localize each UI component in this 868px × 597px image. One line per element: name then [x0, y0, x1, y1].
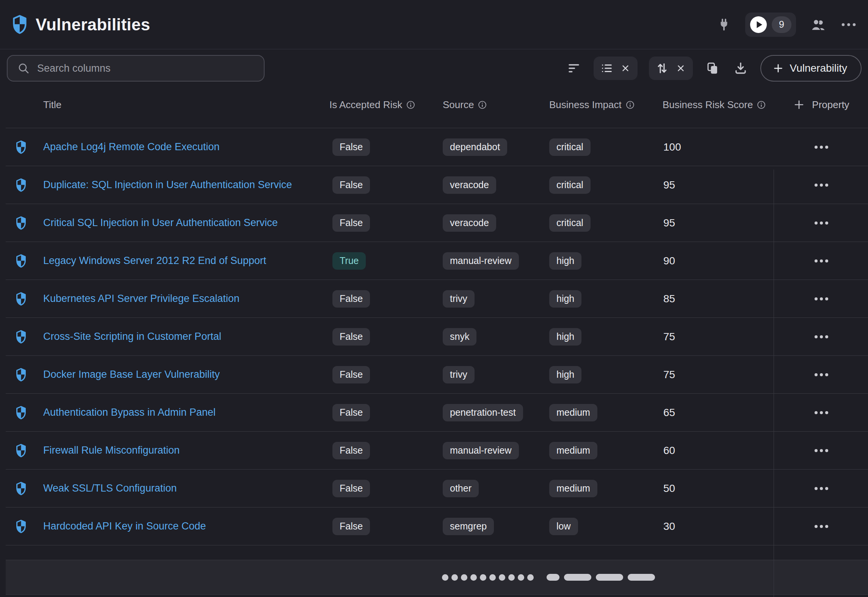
- vulnerability-shield-icon: [15, 520, 27, 533]
- copy-icon[interactable]: [704, 60, 721, 77]
- table-footer: [6, 560, 868, 595]
- vulnerability-title-link[interactable]: Cross-Site Scripting in Customer Portal: [43, 331, 221, 342]
- users-icon[interactable]: [809, 16, 827, 34]
- plus-icon: [772, 63, 784, 74]
- accepted-risk-badge: True: [332, 252, 366, 270]
- source-badge: semgrep: [443, 518, 494, 535]
- accepted-risk-badge: False: [332, 518, 370, 535]
- business-impact-badge: medium: [549, 480, 597, 497]
- vulnerability-title-link[interactable]: Kubernetes API Server Privilege Escalati…: [43, 293, 240, 305]
- info-icon[interactable]: [478, 101, 487, 109]
- more-options-ellipsis-icon[interactable]: [840, 21, 857, 28]
- top-bar: Vulnerabilities 9: [0, 0, 868, 49]
- source-badge: snyk: [443, 328, 476, 346]
- vulnerability-title-link[interactable]: Apache Log4j Remote Code Execution: [43, 141, 219, 153]
- search-columns-input[interactable]: [37, 63, 256, 74]
- sort-filter-chip[interactable]: [649, 57, 693, 80]
- info-icon[interactable]: [406, 101, 415, 109]
- column-header-business-impact: Business Impact: [541, 99, 652, 111]
- accepted-risk-badge: False: [332, 442, 370, 459]
- table-row: Weak SSL/TLS Configuration False other m…: [6, 470, 868, 507]
- business-risk-score-value: 95: [663, 217, 675, 229]
- source-badge: manual-review: [443, 252, 519, 270]
- search-icon: [17, 62, 30, 74]
- column-header-title: Title: [38, 99, 318, 111]
- accepted-risk-badge: False: [332, 404, 370, 421]
- table-header-row: Title Is Accepted Risk Source Business I…: [6, 82, 868, 128]
- business-risk-score-value: 65: [663, 407, 675, 419]
- business-impact-badge: high: [549, 290, 581, 308]
- add-vulnerability-label: Vulnerability: [790, 62, 847, 74]
- table-row: Apache Log4j Remote Code Execution False…: [6, 128, 868, 166]
- business-impact-badge: medium: [549, 442, 597, 459]
- accepted-risk-badge: False: [332, 480, 370, 497]
- source-badge: trivy: [443, 290, 475, 308]
- table-row: Duplicate: SQL Injection in User Authent…: [6, 166, 868, 204]
- column-header-business-risk-score: Business Risk Score: [653, 99, 773, 111]
- row-actions-ellipsis-button[interactable]: [811, 180, 832, 190]
- download-icon[interactable]: [732, 60, 749, 77]
- business-risk-score-value: 75: [663, 369, 675, 381]
- business-impact-badge: high: [549, 366, 581, 383]
- business-impact-badge: high: [549, 328, 581, 346]
- row-actions-ellipsis-button[interactable]: [811, 483, 832, 494]
- business-impact-badge: medium: [549, 404, 597, 421]
- empty-row-strip: [6, 545, 868, 560]
- add-vulnerability-button[interactable]: Vulnerability: [760, 55, 862, 82]
- row-actions-ellipsis-button[interactable]: [811, 521, 832, 532]
- toolbar-actions: Vulnerability: [566, 55, 862, 82]
- vulnerability-shield-icon: [15, 482, 27, 495]
- row-actions-ellipsis-button[interactable]: [811, 142, 832, 152]
- vulnerability-shield-icon: [15, 368, 27, 382]
- vulnerability-title-link[interactable]: Firewall Rule Misconfiguration: [43, 445, 180, 456]
- business-impact-badge: critical: [549, 214, 591, 232]
- vulnerability-title-link[interactable]: Duplicate: SQL Injection in User Authent…: [43, 179, 292, 191]
- vulnerability-shield-icon: [15, 444, 27, 457]
- vulnerability-shield-icon: [15, 216, 27, 230]
- business-impact-badge: critical: [549, 138, 591, 156]
- vulnerability-shield-icon: [15, 254, 27, 268]
- row-actions-ellipsis-button[interactable]: [811, 407, 832, 418]
- column-header-source: Source: [432, 99, 540, 111]
- business-risk-score-value: 30: [663, 520, 675, 533]
- row-actions-ellipsis-button[interactable]: [811, 331, 832, 342]
- plug-icon[interactable]: [716, 16, 732, 33]
- vulnerability-title-link[interactable]: Critical SQL Injection in User Authentic…: [43, 217, 278, 229]
- table-row: Hardcoded API Key in Source Code False s…: [6, 507, 868, 545]
- plus-icon: [793, 99, 805, 111]
- table-row: Kubernetes API Server Privilege Escalati…: [6, 280, 868, 318]
- accepted-risk-badge: False: [332, 138, 370, 156]
- vulnerability-title-link[interactable]: Authentication Bypass in Admin Panel: [43, 407, 216, 418]
- business-impact-badge: high: [549, 252, 581, 270]
- vulnerability-title-link[interactable]: Legacy Windows Server 2012 R2 End of Sup…: [43, 255, 266, 267]
- vulnerability-title-link[interactable]: Hardcoded API Key in Source Code: [43, 520, 206, 532]
- row-actions-ellipsis-button[interactable]: [811, 218, 832, 228]
- property-column-divider: [774, 170, 774, 597]
- row-actions-ellipsis-button[interactable]: [811, 369, 832, 380]
- row-actions-ellipsis-button[interactable]: [811, 445, 832, 456]
- vulnerability-shield-icon: [15, 140, 27, 154]
- row-actions-ellipsis-button[interactable]: [811, 294, 832, 304]
- vulnerability-title-link[interactable]: Weak SSL/TLS Configuration: [43, 482, 177, 494]
- add-property-column-button[interactable]: Property: [774, 99, 868, 111]
- business-risk-score-value: 95: [663, 179, 675, 191]
- list-icon: [600, 62, 613, 75]
- clear-sort-close-icon[interactable]: [675, 63, 686, 74]
- table-row: Cross-Site Scripting in Customer Portal …: [6, 318, 868, 356]
- filter-icon[interactable]: [566, 60, 582, 77]
- play-icon: [750, 16, 767, 33]
- table-row: Firewall Rule Misconfiguration False man…: [6, 432, 868, 470]
- source-badge: dependabot: [443, 138, 507, 156]
- vulnerability-title-link[interactable]: Docker Image Base Layer Vulnerability: [43, 369, 220, 380]
- clear-list-close-icon[interactable]: [620, 63, 631, 74]
- business-impact-badge: low: [549, 518, 578, 535]
- runs-button[interactable]: 9: [745, 13, 796, 37]
- business-risk-score-value: 85: [663, 293, 675, 305]
- row-actions-ellipsis-button[interactable]: [811, 256, 832, 266]
- sort-arrows-icon: [656, 62, 669, 75]
- table-row: Authentication Bypass in Admin Panel Fal…: [6, 394, 868, 432]
- info-icon[interactable]: [626, 101, 635, 109]
- vulnerabilities-table: Title Is Accepted Risk Source Business I…: [6, 82, 868, 560]
- column-list-filter-chip[interactable]: [594, 57, 638, 80]
- info-icon[interactable]: [757, 101, 766, 109]
